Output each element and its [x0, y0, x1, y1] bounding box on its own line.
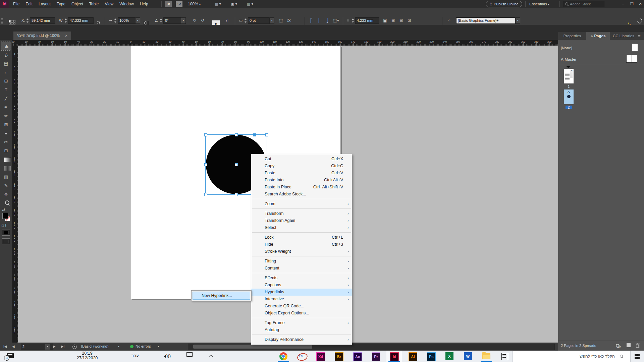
swap-fill-stroke-icon[interactable]: ⇄: [2, 207, 5, 212]
taskbar-app-adobe-photoshop[interactable]: Ps: [423, 351, 439, 362]
menu-item-effects[interactable]: Effects›: [251, 275, 352, 282]
menu-item-transform-again[interactable]: Transform Again›: [251, 217, 352, 224]
page-2-thumbnail[interactable]: A: [564, 89, 574, 104]
taskbar-app-chrome[interactable]: [276, 351, 291, 362]
rotate-spinner[interactable]: [160, 17, 163, 24]
adobe-stock-search-input[interactable]: Adobe Stock: [564, 1, 604, 7]
menu-item-select[interactable]: Select›: [251, 224, 352, 231]
selection-tool[interactable]: ▶: [1, 42, 11, 50]
taskbar-app-excel[interactable]: X: [442, 351, 457, 362]
delete-page-icon[interactable]: [635, 343, 640, 349]
edit-page-size-icon[interactable]: ⧉▾: [616, 343, 621, 349]
publish-online-button[interactable]: ↥ Publish Online: [486, 1, 522, 7]
effects-icon[interactable]: ⬚: [278, 17, 284, 24]
fit-frame-icon[interactable]: ⊞: [390, 17, 396, 24]
menu-item-cut[interactable]: CutCtrl+X: [251, 156, 352, 163]
menu-item-display-performance[interactable]: Display Performance›: [251, 336, 352, 343]
formatting-affects-icons[interactable]: □ T: [2, 224, 7, 227]
eyedropper-tool[interactable]: ✎: [1, 181, 11, 190]
content-collector-tool[interactable]: ⊞: [1, 77, 11, 85]
fx-button[interactable]: fx.: [286, 17, 293, 24]
menu-item-copy[interactable]: CopyCtrl+C: [251, 163, 352, 170]
x-field[interactable]: 59.142 mm: [30, 17, 55, 24]
volume-icon[interactable]: ))): [164, 353, 172, 359]
menu-edit[interactable]: Edit: [22, 0, 36, 8]
menu-item-generate-qr-code[interactable]: Generate QR Code...: [251, 303, 352, 310]
note-tool[interactable]: ▥: [1, 173, 11, 181]
rotate-field[interactable]: 0°: [163, 17, 182, 24]
errors-status[interactable]: No errors: [136, 344, 151, 348]
menu-item-paste-in-place[interactable]: Paste in PlaceCtrl+Alt+Shift+V: [251, 184, 352, 191]
taskbar-app-snipping-tool[interactable]: ✂: [294, 351, 310, 362]
menu-layout[interactable]: Layout: [36, 0, 54, 8]
rotate-ccw-icon[interactable]: ↺: [199, 17, 206, 24]
gap-tool[interactable]: ↔: [1, 68, 11, 76]
scale-x-field[interactable]: 100%: [118, 17, 137, 24]
first-page-button[interactable]: |◀: [3, 344, 7, 349]
minimize-button[interactable]: –: [619, 0, 627, 7]
tab-properties[interactable]: Properties: [558, 32, 586, 40]
tab-cc-libraries[interactable]: CC Libraries: [610, 32, 637, 40]
control-gear-icon[interactable]: [637, 18, 642, 23]
scale-x-spinner[interactable]: [114, 17, 117, 24]
clock[interactable]: 20:19 27/12/2020: [57, 351, 117, 360]
align-to-selection-icon[interactable]: ⬚▾: [332, 17, 340, 24]
fill-frame-icon[interactable]: ⊟: [398, 17, 405, 24]
center-content-icon[interactable]: ⊡: [406, 17, 413, 24]
taskbar-app-adobe-indesign[interactable]: Id: [386, 351, 402, 362]
close-button[interactable]: ✕: [637, 0, 644, 7]
page-1-number[interactable]: 1: [564, 85, 574, 88]
network-icon[interactable]: [186, 352, 193, 357]
corner-radius-field[interactable]: 4.233 mm: [355, 17, 379, 24]
previous-page-button[interactable]: ◀: [12, 344, 15, 349]
new-page-icon[interactable]: [627, 343, 631, 347]
menu-item-content[interactable]: Content›: [251, 265, 352, 272]
apply-color-button[interactable]: [2, 230, 10, 236]
vertical-ruler[interactable]: 3040506070809010011012013014015016017018…: [12, 46, 18, 343]
selection-handle[interactable]: [235, 133, 238, 136]
menu-item-captions[interactable]: Captions›: [251, 282, 352, 289]
rotate-dropdown[interactable]: ▾: [181, 17, 186, 24]
screen-mode-button[interactable]: [2, 238, 10, 244]
show-hidden-icons-chevron[interactable]: [209, 355, 213, 359]
fill-swatch[interactable]: [2, 213, 8, 219]
gradient-swatch-tool[interactable]: [1, 155, 11, 164]
master-a-label[interactable]: A-Master: [561, 57, 577, 61]
horizontal-ruler[interactable]: 9080706050403020100102030405060708090100…: [12, 40, 558, 46]
page-1-thumbnail[interactable]: A: [564, 69, 574, 83]
menu-table[interactable]: Table: [86, 0, 102, 8]
panel-menu-icon[interactable]: ≡: [638, 34, 641, 39]
zoom-level-dropdown[interactable]: 100% ▾: [188, 0, 201, 9]
selection-handle[interactable]: [235, 193, 238, 196]
fit-content-icon[interactable]: ▣: [382, 17, 388, 24]
master-a-icon-right[interactable]: [632, 55, 637, 63]
menu-view[interactable]: View: [102, 0, 116, 8]
align-right-icon[interactable]: ⎦: [324, 17, 331, 24]
taskbar-search-input[interactable]: הקלד כאן כדי לחפש: [513, 351, 631, 362]
w-spinner[interactable]: [64, 17, 67, 24]
taskbar-app-adobe-bridge[interactable]: Br: [331, 351, 346, 362]
next-page-button[interactable]: ▶: [53, 344, 56, 349]
menu-item-paste[interactable]: PasteCtrl+V: [251, 170, 352, 177]
stock-button[interactable]: St: [176, 1, 182, 7]
last-page-button[interactable]: ▶|: [61, 344, 64, 349]
menu-item-fitting[interactable]: Fitting›: [251, 258, 352, 265]
pen-tool[interactable]: ✒: [1, 103, 11, 111]
horizontal-scrollbar[interactable]: [188, 344, 555, 350]
menu-object[interactable]: Object: [68, 0, 86, 8]
menu-item-lock[interactable]: LockCtrl+L: [251, 234, 352, 241]
taskbar-app-adobe-after-effects[interactable]: Ae: [350, 351, 365, 362]
menu-item-hide[interactable]: HideCtrl+3: [251, 241, 352, 248]
object-style-arrow[interactable]: ▾: [515, 17, 520, 24]
align-left-icon[interactable]: ⎡: [308, 17, 315, 24]
x-spinner[interactable]: [26, 17, 29, 24]
taskbar-app-adobe-premiere[interactable]: Pr: [368, 351, 383, 362]
menu-file[interactable]: File: [10, 0, 22, 8]
object-center-point[interactable]: [235, 163, 238, 166]
selection-handle[interactable]: [265, 133, 268, 136]
scissors-tool[interactable]: ✂: [1, 138, 11, 146]
taskbar-app-file-explorer[interactable]: [479, 351, 494, 362]
workspace-switcher[interactable]: Essentials ▾: [529, 0, 549, 9]
ellipse-tool[interactable]: ●: [1, 129, 11, 137]
selection-handle-active[interactable]: [253, 133, 256, 136]
